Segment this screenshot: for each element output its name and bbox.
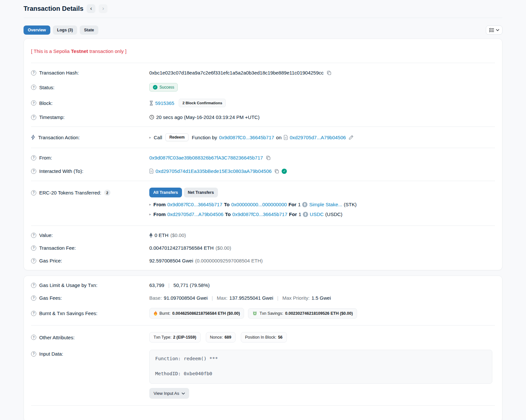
transaction-action-row: Transaction Action: ▸ Call Redeem Functi… — [31, 130, 495, 145]
token-icon — [303, 212, 308, 217]
clock-icon — [149, 115, 154, 120]
other-attributes-label: Other Attributes: — [39, 335, 74, 340]
notice-section: [ This is a Sepolia Testnet transaction … — [31, 39, 495, 63]
block-row: ?Block: 5915365 2 Block Confirmations — [31, 95, 495, 111]
help-icon[interactable]: ? — [31, 295, 36, 301]
help-icon[interactable]: ? — [31, 155, 36, 160]
edit-name-tag-button[interactable] — [348, 134, 354, 141]
help-icon[interactable]: ? — [31, 115, 36, 120]
input-data-label: Input Data: — [39, 351, 63, 357]
transfer-for-word: For — [289, 211, 297, 217]
testnet-notice: [ This is a Sepolia Testnet transaction … — [31, 42, 495, 60]
help-icon[interactable]: ? — [31, 283, 36, 288]
prev-transaction-button[interactable]: ‹ — [87, 4, 95, 13]
help-icon[interactable]: ? — [31, 169, 36, 174]
transfer-item: ▸ From 0xd29705d7...A79b04506 To 0x9d087… — [149, 211, 495, 217]
burnt-savings-row: ?Burnt & Txn Savings Fees: Burnt: 0.0046… — [31, 304, 495, 322]
action-contract-link[interactable]: 0xd29705d7...A79b04506 — [290, 135, 346, 140]
view-input-as-label: View Input As — [154, 391, 179, 396]
transfer-from-word: From — [154, 211, 166, 217]
burnt-chip-value: 0.004625086218756584 ETH ($0.00) — [172, 311, 240, 316]
caret-right-icon: ▸ — [149, 212, 151, 216]
copy-hash-button[interactable] — [326, 70, 332, 76]
value-fee-section: ?Value: 0 ETH ($0.00) ?Transaction Fee: … — [31, 226, 495, 270]
gas-limit-label: Gas Limit & Usage by Txn: — [39, 282, 97, 288]
erc20-label: ERC-20 Tokens Transferred: — [39, 190, 101, 195]
view-input-as-button[interactable]: View Input As — [149, 388, 189, 399]
display-options-button[interactable] — [486, 25, 502, 35]
savings-chip-label: Txn Savings: — [259, 311, 283, 316]
separator: | — [166, 282, 172, 288]
tab-state[interactable]: State — [80, 25, 98, 35]
status-badge: ✓ Success — [149, 83, 178, 92]
txn-type-chip: Txn Type:2 (EIP-1559) — [149, 332, 201, 343]
nonce-value: 689 — [224, 335, 231, 340]
document-icon — [149, 169, 154, 174]
tabs-row: Overview Logs (3) State — [24, 25, 502, 35]
transfer-from-link[interactable]: 0x9d087fC0...36645b717 — [167, 202, 222, 207]
action-sender-link[interactable]: 0x9d087fC0...36645b717 — [219, 135, 274, 140]
help-icon[interactable]: ? — [31, 85, 36, 90]
position-value: 56 — [278, 335, 283, 340]
transaction-hash-value: 0xbc1e023c07d18ea9a7c2e6f331efc1a5a2a0b3… — [149, 70, 324, 76]
transfer-token-link[interactable]: Simple Stake... — [309, 202, 342, 207]
block-label: Block: — [39, 100, 53, 106]
interacted-address-link[interactable]: 0xd29705d74d1Ea335bBede15E3c0803aA79b045… — [156, 168, 271, 174]
erc20-section: ? ERC-20 Tokens Transferred: 2 All Trans… — [31, 181, 495, 226]
notice-prefix: [ This is a Sepolia — [31, 48, 71, 54]
separator: | — [275, 295, 280, 301]
notice-suffix: transaction only ] — [88, 48, 127, 54]
help-icon[interactable]: ? — [31, 245, 36, 251]
status-label: Status: — [39, 85, 55, 90]
transfer-to-link[interactable]: 0x00000000...000000000 — [231, 202, 287, 207]
help-icon[interactable]: ? — [31, 258, 36, 263]
timestamp-row: ?Timestamp: 20 secs ago (May-16-2024 03:… — [31, 111, 495, 124]
transfer-amount: 1 — [299, 211, 301, 217]
txn-type-label: Txn Type: — [154, 335, 172, 340]
txn-type-value: 2 (EIP-1559) — [173, 335, 196, 340]
transaction-fee-label: Transaction Fee: — [39, 245, 76, 251]
burnt-fee-chip: Burnt: 0.004625086218756584 ETH ($0.00) — [149, 308, 244, 319]
position-chip: Position In Block:56 — [241, 332, 287, 343]
help-icon[interactable]: ? — [31, 190, 36, 195]
status-text: Success — [159, 85, 174, 90]
all-transfers-button[interactable]: All Transfers — [149, 188, 182, 197]
help-icon[interactable]: ? — [31, 311, 36, 316]
transaction-action-label: Transaction Action: — [38, 135, 80, 140]
value-label: Value: — [39, 232, 53, 238]
transaction-fee-value: 0.004701242718756584 ETH — [149, 245, 214, 251]
input-data-box[interactable]: Function: redeem() *** MethodID: 0xbe040… — [149, 350, 492, 384]
copy-to-button[interactable] — [273, 168, 280, 174]
gas-price-value: 92.597008504 Gwei — [149, 258, 193, 263]
value-usd: ($0.00) — [171, 232, 186, 238]
tab-logs[interactable]: Logs (3) — [53, 25, 77, 35]
block-confirmations-badge: 2 Block Confirmations — [179, 99, 226, 107]
copy-from-button[interactable] — [265, 155, 271, 161]
token-icon — [302, 202, 307, 207]
next-transaction-button[interactable]: › — [99, 4, 107, 13]
checklist-icon — [489, 28, 494, 32]
help-icon[interactable]: ? — [31, 233, 36, 238]
timestamp-label: Timestamp: — [39, 114, 65, 120]
copy-icon — [274, 169, 279, 174]
help-icon[interactable]: ? — [31, 335, 36, 340]
transfer-token-link[interactable]: USDC — [310, 211, 324, 217]
interacted-with-label: Interacted With (To): — [39, 168, 83, 174]
tab-overview[interactable]: Overview — [24, 25, 50, 35]
gas-usage-value: 50,771 (79.58%) — [173, 282, 210, 288]
nonce-label: Nonce: — [210, 335, 223, 340]
separator: | — [210, 295, 215, 301]
from-address-link[interactable]: 0x9d087fC03ae39b088326b67fA3C788236645b7… — [149, 155, 263, 160]
chevron-right-icon: › — [102, 6, 104, 11]
base-fee-value: 91.097008504 Gwei — [164, 295, 207, 301]
help-icon[interactable]: ? — [31, 70, 36, 76]
max-priority-label: Max Priority: — [282, 295, 309, 301]
net-transfers-button[interactable]: Net Transfers — [184, 188, 218, 197]
transfer-to-link[interactable]: 0x9d087fC0...36645b717 — [232, 211, 287, 217]
help-icon[interactable]: ? — [31, 351, 36, 357]
transfer-amount: 1 — [298, 202, 301, 207]
page: Transaction Details ‹ › Overview Logs (3… — [0, 0, 526, 420]
block-number-link[interactable]: 5915365 — [155, 100, 174, 106]
help-icon[interactable]: ? — [31, 100, 36, 106]
transfer-from-link[interactable]: 0xd29705d7...A79b04506 — [167, 211, 223, 217]
